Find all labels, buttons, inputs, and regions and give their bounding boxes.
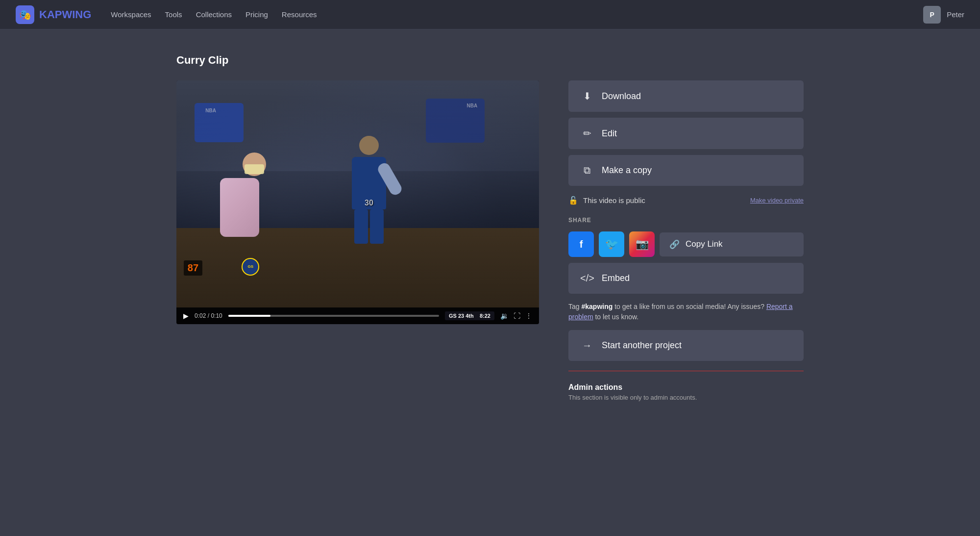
admin-title: Admin actions — [568, 383, 804, 392]
facebook-button[interactable]: f — [568, 231, 594, 257]
control-icons: 🔉 ⛶ ⋮ — [500, 312, 532, 320]
nav-links: Workspaces Tools Collections Pricing Res… — [111, 10, 904, 19]
player-leg-right — [370, 209, 384, 244]
settings-icon[interactable]: ⋮ — [525, 312, 532, 320]
progress-bar-fill — [228, 315, 270, 317]
instagram-button[interactable]: 📷 — [629, 231, 655, 257]
gs-logo-area: GS — [242, 258, 259, 276]
video-container: NBA NBA — [176, 80, 539, 324]
arrow-icon: → — [580, 340, 594, 351]
progress-bar[interactable] — [228, 315, 439, 317]
video-controls: ▶ 0:02 / 0:10 GS 23 4th 8:22 🔉 ⛶ — [176, 307, 539, 324]
main-content: Curry Clip NBA NBA — [147, 29, 833, 426]
user-name: Peter — [947, 10, 964, 19]
navbar-right: P Peter — [923, 6, 964, 24]
make-private-link[interactable]: Make video private — [750, 197, 804, 204]
download-icon: ⬇ — [580, 90, 594, 102]
admin-divider — [568, 371, 804, 371]
player-legs — [354, 209, 384, 244]
video-placeholder: NBA NBA — [176, 80, 539, 307]
time-display: 0:02 / 0:10 — [195, 312, 222, 319]
score-overlay: 87 — [184, 260, 202, 276]
score-number: 87 — [184, 260, 202, 276]
fan-figure — [220, 153, 289, 251]
share-label: SHARE — [568, 217, 804, 224]
player-leg-left — [354, 209, 368, 244]
share-row: f 🐦 📷 🔗 Copy Link — [568, 231, 804, 257]
nav-workspaces[interactable]: Workspaces — [111, 10, 151, 19]
lock-icon: 🔓 — [568, 196, 578, 205]
player-body: 30 — [352, 157, 386, 209]
privacy-row: 🔓 This video is public Make video privat… — [568, 192, 804, 209]
fan-mask — [245, 164, 264, 174]
avatar[interactable]: P — [923, 6, 941, 24]
page-title: Curry Clip — [176, 54, 804, 67]
content-grid: NBA NBA — [176, 80, 804, 401]
facebook-icon: f — [580, 239, 583, 250]
volume-icon[interactable]: 🔉 — [500, 312, 509, 320]
privacy-label: This video is public — [583, 196, 645, 204]
nba-logo-right: NBA — [467, 103, 478, 108]
twitter-icon: 🐦 — [605, 238, 618, 251]
edit-button[interactable]: ✏ Edit — [568, 118, 804, 149]
fan-body — [220, 178, 259, 237]
right-panel: ⬇ Download ✏ Edit ⧉ Make a copy 🔓 This v… — [568, 80, 804, 401]
nba-logo-left: NBA — [205, 108, 216, 113]
copy-link-button[interactable]: 🔗 Copy Link — [660, 232, 804, 256]
nav-collections[interactable]: Collections — [196, 10, 232, 19]
time-current: 0:02 — [195, 312, 206, 319]
logo-text: KAPWING — [39, 8, 91, 21]
edit-icon: ✏ — [580, 128, 594, 139]
make-copy-button[interactable]: ⧉ Make a copy — [568, 155, 804, 186]
player-figure: 30 — [340, 136, 398, 244]
start-project-label: Start another project — [602, 340, 682, 351]
warriors-logo: GS — [242, 258, 259, 276]
time-total: 0:10 — [211, 312, 222, 319]
fullscreen-icon[interactable]: ⛶ — [514, 312, 520, 320]
make-copy-label: Make a copy — [602, 165, 652, 176]
edit-label: Edit — [602, 128, 617, 139]
score-badge: GS 23 4th 8:22 — [445, 311, 494, 320]
navbar: 🎭 KAPWING Workspaces Tools Collections P… — [0, 0, 980, 29]
admin-subtitle: This section is visible only to admin ac… — [568, 394, 804, 401]
logo-link[interactable]: 🎭 KAPWING — [16, 5, 91, 24]
hashtag: #kapwing — [581, 303, 612, 310]
embed-button[interactable]: </> Embed — [568, 263, 804, 294]
twitter-button[interactable]: 🐦 — [599, 231, 624, 257]
nav-resources[interactable]: Resources — [282, 10, 317, 19]
start-project-button[interactable]: → Start another project — [568, 330, 804, 361]
video-scene: NBA NBA — [176, 80, 539, 307]
download-button[interactable]: ⬇ Download — [568, 80, 804, 112]
play-button[interactable]: ▶ — [183, 312, 189, 320]
embed-label: Embed — [602, 273, 630, 283]
jersey-number: 30 — [365, 199, 373, 207]
logo-icon: 🎭 — [16, 5, 34, 24]
copy-link-label: Copy Link — [686, 239, 723, 249]
embed-icon: </> — [580, 273, 594, 284]
instagram-icon: 📷 — [636, 238, 649, 251]
admin-section: Admin actions This section is visible on… — [568, 383, 804, 401]
seat-left — [195, 103, 244, 142]
link-icon: 🔗 — [669, 239, 680, 250]
fan-head — [243, 153, 266, 176]
copy-icon: ⧉ — [580, 165, 594, 176]
nav-tools[interactable]: Tools — [165, 10, 182, 19]
tag-text: Tag #kapwing to get a like from us on so… — [568, 300, 804, 324]
download-label: Download — [602, 91, 641, 102]
nav-pricing[interactable]: Pricing — [245, 10, 268, 19]
player-head — [359, 136, 379, 155]
